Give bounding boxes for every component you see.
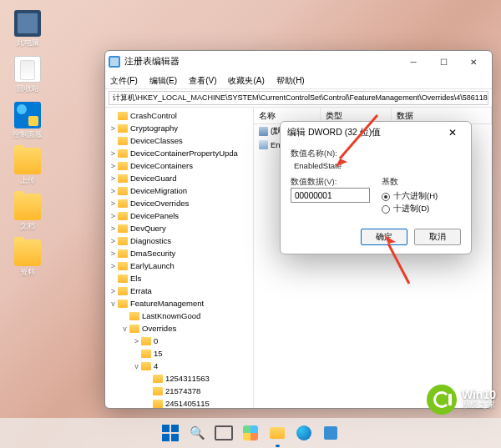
fold-icon <box>14 194 41 220</box>
tree-label: 2451405115 <box>165 399 210 408</box>
twisty-icon[interactable]: > <box>109 124 118 133</box>
dialog-title: 编辑 DWORD (32 位)值 <box>287 127 441 138</box>
twisty-icon[interactable]: > <box>109 174 118 183</box>
base-label: 基数 <box>382 177 461 188</box>
tree-node[interactable]: 2451405115 <box>105 397 253 408</box>
twisty-icon[interactable]: v <box>109 300 118 308</box>
folder-icon <box>118 199 128 208</box>
tree-label: 15 <box>154 349 163 358</box>
start-button[interactable] <box>159 422 181 444</box>
tree-label: CrashControl <box>130 111 177 120</box>
maximize-button[interactable]: ☐ <box>428 52 458 72</box>
folder-icon <box>153 387 163 395</box>
icon-label: 此电脑 <box>7 38 48 47</box>
twisty-icon[interactable]: > <box>109 237 118 245</box>
twisty-icon[interactable]: > <box>109 199 118 208</box>
desktop-icon-pc[interactable]: 此电脑 <box>7 10 48 47</box>
tree-label: DevQuery <box>130 224 166 233</box>
icon-label: 文档 <box>7 222 48 230</box>
tree-node[interactable]: CrashControl <box>105 109 253 122</box>
search-button[interactable]: 🔍 <box>186 422 208 444</box>
twisty-icon[interactable]: > <box>109 149 118 158</box>
windows-icon <box>162 425 179 441</box>
twisty-icon[interactable]: > <box>109 287 118 295</box>
tree-node[interactable]: >Diagnostics <box>105 234 253 247</box>
tree-node[interactable]: >DeviceGuard <box>105 172 253 184</box>
tree-node[interactable]: vOverrides <box>105 322 253 335</box>
radio-hex-label: 十六进制(H) <box>393 191 438 202</box>
tree-node[interactable]: >Cryptography <box>105 122 253 134</box>
dialog-close-button[interactable]: ✕ <box>441 123 464 142</box>
tree-node[interactable]: Els <box>105 272 253 284</box>
tree-label: DevicePanels <box>130 211 179 220</box>
value-data-input[interactable] <box>291 188 370 203</box>
task-view-button[interactable] <box>213 422 235 444</box>
menu-item[interactable]: 收藏夹(A) <box>228 73 264 88</box>
tree-node[interactable]: >DmaSecurity <box>105 247 253 259</box>
twisty-icon[interactable]: > <box>109 224 118 233</box>
watermark-title: Win10 <box>462 390 496 400</box>
twisty-icon[interactable]: v <box>132 362 141 370</box>
tree-label: 1254311563 <box>165 374 210 383</box>
tree-label: Overrides <box>142 324 176 333</box>
folder-icon <box>118 237 128 245</box>
desktop-icon-fold[interactable]: 上传 <box>7 148 48 184</box>
menu-item[interactable]: 文件(F) <box>110 73 138 88</box>
tree-node[interactable]: 15 <box>105 347 253 360</box>
radio-icon <box>382 205 390 214</box>
regedit-icon <box>109 56 120 68</box>
twisty-icon[interactable]: > <box>109 212 118 220</box>
radio-dec-label: 十进制(D) <box>393 204 429 214</box>
radio-dec[interactable]: 十进制(D) <box>382 204 461 214</box>
address-input[interactable]: 计算机\HKEY_LOCAL_MACHINE\SYSTEM\CurrentCon… <box>109 91 488 105</box>
value-data-label: 数值数据(V): <box>291 177 370 188</box>
twisty-icon[interactable]: > <box>132 337 141 345</box>
bin-icon <box>14 56 41 83</box>
dialog-titlebar[interactable]: 编辑 DWORD (32 位)值 ✕ <box>281 122 471 143</box>
tree-label: DmaSecurity <box>130 249 175 258</box>
tree-pane[interactable]: CrashControl>CryptographyDeviceClasses>D… <box>105 108 254 408</box>
widgets-button[interactable] <box>240 422 261 444</box>
tree-node[interactable]: vFeatureManagement <box>105 297 253 310</box>
twisty-icon[interactable]: > <box>109 249 118 258</box>
twisty-icon[interactable]: v <box>120 325 129 333</box>
menu-item[interactable]: 编辑(E) <box>149 73 177 88</box>
tree-node[interactable]: LastKnownGood <box>105 310 253 322</box>
tree-node[interactable]: >0 <box>105 335 253 347</box>
edit-dword-dialog: 编辑 DWORD (32 位)值 ✕ 数值名称(N): EnabledState… <box>280 121 472 254</box>
desktop-icon-ctrl[interactable]: 控制面板 <box>7 102 48 138</box>
folder-icon <box>129 325 139 333</box>
titlebar[interactable]: 注册表编辑器 ─ ☐ ✕ <box>105 51 492 73</box>
twisty-icon[interactable]: > <box>109 162 118 170</box>
twisty-icon[interactable]: > <box>109 187 118 195</box>
radio-icon <box>382 193 390 201</box>
desktop-icon-fold[interactable]: 资料 <box>7 239 48 276</box>
minimize-button[interactable]: ─ <box>398 52 428 72</box>
icon-label: 控制面板 <box>7 130 48 138</box>
tree-node[interactable]: DeviceClasses <box>105 134 253 147</box>
close-button[interactable]: ✕ <box>458 52 488 72</box>
tree-node[interactable]: v4 <box>105 360 253 372</box>
tree-node[interactable]: >DeviceMigration <box>105 184 253 197</box>
regedit-taskbar-button[interactable] <box>320 422 342 444</box>
tree-node[interactable]: >DeviceContainers <box>105 159 253 172</box>
menu-item[interactable]: 帮助(H) <box>276 73 305 88</box>
tree-node[interactable]: >DeviceOverrides <box>105 197 253 209</box>
desktop-icon-bin[interactable]: 回收站 <box>7 56 48 93</box>
file-explorer-button[interactable] <box>266 422 288 444</box>
tree-node[interactable]: >DeviceContainerPropertyUpda <box>105 147 253 159</box>
twisty-icon[interactable]: > <box>109 262 118 270</box>
tree-node[interactable]: >DevicePanels <box>105 209 253 222</box>
menu-item[interactable]: 查看(V) <box>189 73 216 88</box>
desktop-icon-fold[interactable]: 文档 <box>7 194 48 230</box>
cancel-button[interactable]: 取消 <box>414 229 461 245</box>
window-title: 注册表编辑器 <box>124 56 398 68</box>
ok-button[interactable]: 确定 <box>361 229 407 245</box>
tree-node[interactable]: >Errata <box>105 284 253 297</box>
tree-node[interactable]: 1254311563 <box>105 372 253 385</box>
tree-node[interactable]: 21574378 <box>105 385 253 397</box>
tree-node[interactable]: >EarlyLaunch <box>105 259 253 272</box>
tree-node[interactable]: >DevQuery <box>105 222 253 234</box>
radio-hex[interactable]: 十六进制(H) <box>382 191 461 202</box>
edge-button[interactable] <box>293 422 315 444</box>
